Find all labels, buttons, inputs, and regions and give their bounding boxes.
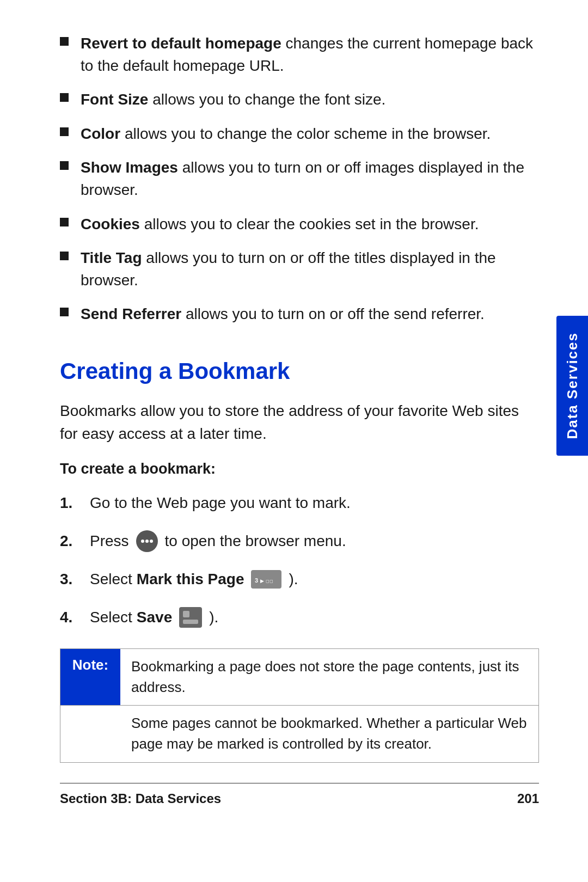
bullet-text: Title Tag allows you to turn on or off t… <box>81 247 539 291</box>
menu-button-icon <box>136 530 158 553</box>
bullet-icon <box>60 37 69 46</box>
step-content-3: Select Mark this Page 3 ▶ ◻◻ ). <box>90 568 539 591</box>
bullet-list: Revert to default homepage changes the c… <box>60 33 539 326</box>
step-text-3a: Select <box>90 568 132 591</box>
step-num-1: 1. <box>60 492 90 514</box>
footer-left: Section 3B: Data Services <box>60 791 221 806</box>
step-1: 1. Go to the Web page you want to mark. <box>60 492 539 514</box>
step-text-2a: Press <box>90 530 129 553</box>
svg-point-2 <box>145 540 149 543</box>
bullet-text: Send Referrer allows you to turn on or o… <box>81 303 539 326</box>
note-content-1: Bookmarking a page does not store the pa… <box>120 649 538 705</box>
footer: Section 3B: Data Services 201 <box>60 783 539 806</box>
step-text-3c: ). <box>289 568 298 591</box>
bullet-text: Revert to default homepage changes the c… <box>81 33 539 77</box>
list-item: Font Size allows you to change the font … <box>60 89 539 111</box>
page-container: Revert to default homepage changes the c… <box>0 0 588 834</box>
list-item: Cookies allows you to clear the cookies … <box>60 213 539 236</box>
svg-text:3: 3 <box>255 577 258 584</box>
bullet-text: Font Size allows you to change the font … <box>81 89 539 111</box>
svg-rect-10 <box>183 620 198 624</box>
note-row-1: Note: Bookmarking a page does not store … <box>60 649 538 706</box>
term-titletag: Title Tag <box>81 249 142 266</box>
step-2: 2. Press to open the browser menu. <box>60 530 539 553</box>
list-item: Title Tag allows you to turn on or off t… <box>60 247 539 291</box>
step-num-3: 3. <box>60 568 90 591</box>
term-fontsize: Font Size <box>81 91 148 108</box>
bullet-text: Color allows you to change the color sch… <box>81 123 539 145</box>
text-fontsize: allows you to change the font size. <box>148 91 385 108</box>
step-content-4: Select Save ). <box>90 606 539 629</box>
text-color: allows you to change the color scheme in… <box>120 125 491 142</box>
svg-text:▶: ▶ <box>260 578 264 584</box>
bullet-text: Cookies allows you to clear the cookies … <box>81 213 539 236</box>
footer-right: 201 <box>517 791 539 806</box>
bullet-icon <box>60 218 69 226</box>
sidebar-tab: Data Services <box>556 316 588 456</box>
term-showimages: Show Images <box>81 159 178 176</box>
term-color: Color <box>81 125 120 142</box>
list-item: Send Referrer allows you to turn on or o… <box>60 303 539 326</box>
body-paragraph: Bookmarks allow you to store the address… <box>60 400 539 445</box>
svg-rect-8 <box>179 607 202 628</box>
bullet-icon <box>60 252 69 260</box>
sub-heading: To create a bookmark: <box>60 461 539 477</box>
svg-point-3 <box>150 540 153 543</box>
step-text-4a: Select <box>90 606 132 629</box>
numbered-steps: 1. Go to the Web page you want to mark. … <box>60 492 539 629</box>
step-bold-3: Mark this Page <box>137 568 244 591</box>
list-item: Show Images allows you to turn on or off… <box>60 157 539 201</box>
step-bold-4: Save <box>137 606 172 629</box>
bullet-text: Show Images allows you to turn on or off… <box>81 157 539 201</box>
step-num-2: 2. <box>60 530 90 553</box>
save-icon <box>179 607 203 628</box>
step-text-1: Go to the Web page you want to mark. <box>90 492 351 514</box>
list-item: Color allows you to change the color sch… <box>60 123 539 145</box>
bullet-icon <box>60 93 69 102</box>
section-title: Creating a Bookmark <box>60 358 539 384</box>
step-text-4c: ). <box>209 606 218 629</box>
svg-point-1 <box>141 540 144 543</box>
note-box: Note: Bookmarking a page does not store … <box>60 648 539 763</box>
term-cookies: Cookies <box>81 216 140 232</box>
text-cookies: allows you to clear the cookies set in t… <box>140 216 479 232</box>
bullet-icon <box>60 127 69 136</box>
text-titletag: allows you to turn on or off the titles … <box>81 249 496 289</box>
step-content-2: Press to open the browser menu. <box>90 530 539 553</box>
step-3: 3. Select Mark this Page 3 ▶ ◻◻ ). <box>60 568 539 591</box>
step-num-4: 4. <box>60 606 90 629</box>
list-item: Revert to default homepage changes the c… <box>60 33 539 77</box>
step-text-2b: to open the browser menu. <box>165 530 346 553</box>
svg-rect-9 <box>183 611 189 617</box>
mark-this-page-icon: 3 ▶ ◻◻ <box>250 569 282 589</box>
sidebar-tab-label: Data Services <box>564 332 581 439</box>
svg-text:◻◻: ◻◻ <box>266 579 273 584</box>
text-sendreferrer: allows you to turn on or off the send re… <box>181 305 485 322</box>
term-sendreferrer: Send Referrer <box>81 305 181 322</box>
bullet-icon <box>60 308 69 316</box>
note-label: Note: <box>60 649 120 705</box>
step-4: 4. Select Save ). <box>60 606 539 629</box>
note-content-2: Some pages cannot be bookmarked. Whether… <box>60 706 538 762</box>
note-row-2: Some pages cannot be bookmarked. Whether… <box>60 706 538 762</box>
step-content-1: Go to the Web page you want to mark. <box>90 492 539 514</box>
term-revert: Revert to default homepage <box>81 35 281 52</box>
bullet-icon <box>60 161 69 170</box>
